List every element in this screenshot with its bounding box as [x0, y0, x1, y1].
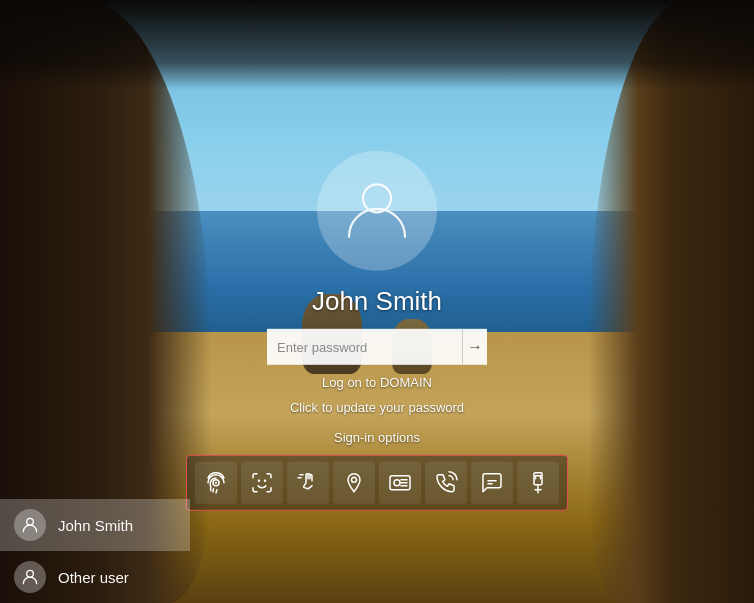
username-label: John Smith	[312, 285, 442, 316]
smart-card-signin-button[interactable]	[379, 461, 421, 503]
phone-signin-button[interactable]	[425, 461, 467, 503]
user-avatar-other-icon	[20, 567, 40, 587]
signin-icons-row	[186, 454, 568, 510]
svg-point-8	[394, 479, 400, 485]
fingerprint-signin-button[interactable]	[195, 461, 237, 503]
update-password-link[interactable]: Click to update your password	[290, 399, 464, 414]
security-key-signin-button[interactable]	[517, 461, 559, 503]
smart-card-icon	[388, 470, 412, 494]
domain-text: Log on to DOMAIN	[322, 374, 432, 389]
pin-signin-button[interactable]	[333, 461, 375, 503]
user-avatar-john	[14, 509, 46, 541]
svg-point-6	[352, 477, 357, 482]
arrow-icon: →	[467, 337, 483, 355]
password-row: →	[267, 328, 487, 364]
user-name-john: John Smith	[58, 517, 133, 534]
svg-point-3	[264, 479, 266, 481]
password-input[interactable]	[267, 328, 462, 364]
svg-point-2	[258, 479, 260, 481]
svg-point-21	[27, 570, 34, 577]
gesture-icon	[296, 470, 320, 494]
phone-icon	[434, 470, 458, 494]
svg-point-20	[27, 518, 34, 525]
user-item-other[interactable]: Other user	[0, 551, 190, 603]
user-name-other: Other user	[58, 569, 129, 586]
user-avatar-other	[14, 561, 46, 593]
face-recognition-signin-button[interactable]	[241, 461, 283, 503]
pin-icon	[342, 470, 366, 494]
user-avatar-icon	[20, 515, 40, 535]
message-icon	[480, 470, 504, 494]
avatar	[317, 150, 437, 270]
cave-ceiling	[0, 0, 754, 90]
login-panel: John Smith → Log on to DOMAIN Click to u…	[186, 150, 568, 510]
fingerprint-icon	[204, 470, 228, 494]
user-switcher: John Smith Other user	[0, 499, 190, 603]
message-signin-button[interactable]	[471, 461, 513, 503]
gesture-signin-button[interactable]	[287, 461, 329, 503]
user-icon	[342, 173, 412, 247]
usb-icon	[526, 470, 550, 494]
user-item-john-smith[interactable]: John Smith	[0, 499, 190, 551]
signin-options-label: Sign-in options	[334, 429, 420, 444]
password-submit-button[interactable]: →	[462, 328, 487, 364]
face-recognition-icon	[250, 470, 274, 494]
